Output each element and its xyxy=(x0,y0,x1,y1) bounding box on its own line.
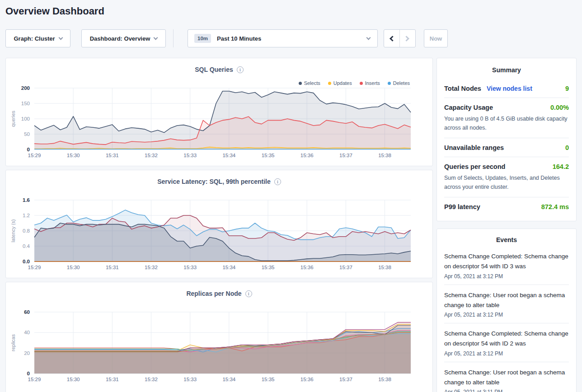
svg-text:15:33: 15:33 xyxy=(183,377,197,382)
svg-text:15:37: 15:37 xyxy=(339,377,352,382)
svg-text:200: 200 xyxy=(21,85,30,91)
legend-dot-icon xyxy=(328,82,331,85)
event-item[interactable]: Schema Change: User root began a schema … xyxy=(444,285,569,323)
next-time-button[interactable] xyxy=(400,30,416,47)
service-latency-chart[interactable]: 0.00.40.81.21.615:2915:3015:3115:3215:33… xyxy=(6,197,433,275)
event-timestamp: Apr 05, 2021 at 3:11 PM xyxy=(444,389,569,392)
svg-text:0.4: 0.4 xyxy=(23,243,30,249)
summary-row-queries-per-second: Queries per second 164.2 Sum of Selects,… xyxy=(444,157,569,197)
svg-text:15:38: 15:38 xyxy=(378,377,391,382)
info-icon[interactable] xyxy=(245,290,252,297)
summary-row-label: Unavailable ranges xyxy=(444,144,504,151)
summary-panel: Summary Total Nodes View nodes list 9 Ca… xyxy=(436,58,577,221)
time-step-buttons xyxy=(384,29,416,47)
svg-text:15:33: 15:33 xyxy=(183,153,197,158)
svg-text:0: 0 xyxy=(27,371,30,376)
summary-row-total-nodes: Total Nodes View nodes list 9 xyxy=(444,79,569,98)
event-item[interactable]: Schema Change Completed: Schema change o… xyxy=(444,323,569,362)
time-range-label: Past 10 Minutes xyxy=(217,35,261,42)
view-nodes-list-link[interactable]: View nodes list xyxy=(487,85,532,92)
now-button[interactable]: Now xyxy=(424,29,448,47)
sql-queries-chart-card: SQL Queries SelectsUpdatesInsertsDeletes… xyxy=(5,58,433,166)
event-message: Schema Change: User root began a schema … xyxy=(444,368,569,388)
svg-text:15:37: 15:37 xyxy=(339,153,352,158)
graph-dropdown[interactable]: Graph: Cluster xyxy=(5,29,70,47)
svg-text:15:29: 15:29 xyxy=(28,265,41,270)
page-title: Overview Dashboard xyxy=(5,5,104,17)
svg-text:15:38: 15:38 xyxy=(378,265,391,270)
event-timestamp: Apr 05, 2021 at 3:12 PM xyxy=(444,312,569,318)
svg-text:latency (s): latency (s) xyxy=(10,219,16,243)
event-message: Schema Change Completed: Schema change o… xyxy=(444,329,569,349)
svg-text:15:30: 15:30 xyxy=(67,153,80,158)
events-panel: Events Schema Change Completed: Schema c… xyxy=(436,229,577,392)
legend-dot-icon xyxy=(360,82,363,85)
svg-text:15:34: 15:34 xyxy=(222,377,235,382)
events-title: Events xyxy=(444,235,569,243)
svg-text:15:35: 15:35 xyxy=(262,377,275,382)
time-range-badge: 10m xyxy=(194,34,211,43)
now-button-label: Now xyxy=(430,35,442,42)
svg-text:15:37: 15:37 xyxy=(339,265,352,270)
summary-row-label: P99 latency xyxy=(444,203,480,210)
summary-row-unavailable-ranges: Unavailable ranges 0 xyxy=(444,138,569,157)
svg-text:60: 60 xyxy=(24,309,30,315)
svg-text:100: 100 xyxy=(21,116,30,121)
chart-title: Service Latency: SQL, 99th percentile xyxy=(157,178,271,185)
svg-text:15:36: 15:36 xyxy=(300,153,314,158)
chart-title: SQL Queries xyxy=(195,66,233,73)
svg-text:0: 0 xyxy=(27,147,30,152)
svg-text:1.2: 1.2 xyxy=(23,213,30,218)
svg-text:15:35: 15:35 xyxy=(262,265,275,270)
replicas-per-node-chart[interactable]: 020406015:2915:3015:3115:3215:3315:3415:… xyxy=(6,309,433,387)
svg-text:queries: queries xyxy=(10,110,16,127)
time-range-selector[interactable]: 10m Past 10 Minutes xyxy=(188,29,378,47)
chevron-left-icon xyxy=(390,36,395,42)
summary-row-description: You are using 0 B of 4.5 GiB usable disk… xyxy=(444,114,569,132)
summary-row-value: 164.2 xyxy=(553,163,569,170)
svg-text:1.6: 1.6 xyxy=(23,197,30,203)
svg-text:20: 20 xyxy=(24,350,30,356)
sql-queries-chart[interactable]: 05010015020015:2915:3015:3115:3215:3315:… xyxy=(6,85,433,163)
info-icon[interactable] xyxy=(274,178,281,185)
svg-text:15:33: 15:33 xyxy=(183,265,197,270)
chevron-down-icon xyxy=(58,35,63,40)
svg-text:0.0: 0.0 xyxy=(23,259,30,264)
dashboard-dropdown-label: Dashboard: Overview xyxy=(90,35,150,42)
svg-text:15:32: 15:32 xyxy=(145,265,158,270)
svg-text:15:32: 15:32 xyxy=(145,153,158,158)
event-message: Schema Change: User root began a schema … xyxy=(444,290,569,311)
svg-text:replicas: replicas xyxy=(10,334,16,351)
event-item[interactable]: Schema Change Completed: Schema change o… xyxy=(444,246,569,285)
replicas-per-node-chart-card: Replicas per Node 020406015:2915:3015:31… xyxy=(5,282,433,392)
prev-time-button[interactable] xyxy=(384,30,400,47)
svg-text:15:31: 15:31 xyxy=(106,265,119,270)
svg-text:15:38: 15:38 xyxy=(378,153,391,158)
svg-text:40: 40 xyxy=(24,330,30,335)
svg-text:150: 150 xyxy=(21,101,30,106)
event-item[interactable]: Schema Change: User root began a schema … xyxy=(444,362,569,392)
svg-text:15:36: 15:36 xyxy=(300,377,314,382)
service-latency-chart-card: Service Latency: SQL, 99th percentile 0.… xyxy=(5,170,433,278)
overview-dashboard-page: Overview Dashboard Graph: Cluster Dashbo… xyxy=(0,0,582,392)
summary-row-p99-latency: P99 latency 872.4 ms xyxy=(444,197,569,216)
svg-text:15:31: 15:31 xyxy=(106,153,119,158)
svg-text:15:32: 15:32 xyxy=(145,377,158,382)
summary-row-label: Queries per second xyxy=(444,163,505,170)
svg-text:15:29: 15:29 xyxy=(28,153,41,158)
summary-row-description: Sum of Selects, Updates, Inserts, and De… xyxy=(444,173,569,191)
summary-row-value: 9 xyxy=(565,85,569,92)
info-icon[interactable] xyxy=(237,66,244,73)
summary-row-capacity-usage: Capacity Usage 0.00% You are using 0 B o… xyxy=(444,98,569,138)
chevron-right-icon xyxy=(404,36,409,42)
dashboard-dropdown[interactable]: Dashboard: Overview xyxy=(81,29,166,47)
chart-title: Replicas per Node xyxy=(186,290,241,297)
svg-text:15:36: 15:36 xyxy=(300,265,314,270)
svg-text:15:30: 15:30 xyxy=(67,265,80,270)
svg-text:15:31: 15:31 xyxy=(106,377,119,382)
summary-title: Summary xyxy=(444,65,569,74)
summary-row-value: 0.00% xyxy=(550,104,569,111)
svg-text:15:34: 15:34 xyxy=(222,265,235,270)
summary-row-value: 872.4 ms xyxy=(541,203,569,210)
summary-row-label: Capacity Usage xyxy=(444,104,493,111)
